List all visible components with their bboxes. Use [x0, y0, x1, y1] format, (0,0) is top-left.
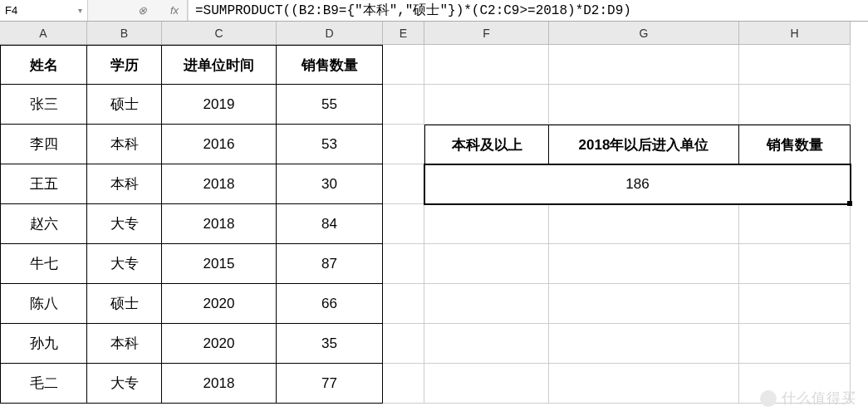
cell-H5[interactable]	[739, 204, 851, 244]
cell-H6[interactable]	[739, 244, 851, 284]
table-row[interactable]: 53	[277, 125, 383, 164]
cell-F7[interactable]	[424, 284, 549, 324]
table-row[interactable]: 陈八	[0, 284, 87, 324]
col-header-C[interactable]: C	[162, 22, 277, 45]
cell-G5[interactable]	[549, 204, 739, 244]
cell-G6[interactable]	[549, 244, 739, 284]
table-row[interactable]: 2019	[162, 85, 277, 125]
table-row[interactable]: 2018	[162, 364, 277, 404]
col-header-F[interactable]: F	[424, 22, 549, 45]
cell-G9[interactable]	[549, 364, 739, 404]
summary-header-G[interactable]: 2018年以后进入单位	[549, 125, 739, 164]
table-row[interactable]: 2020	[162, 324, 277, 364]
table-row[interactable]: 87	[277, 244, 383, 284]
table-row[interactable]: 张三	[0, 85, 87, 125]
cell-F9[interactable]	[424, 364, 549, 404]
col-header-H[interactable]: H	[739, 22, 851, 45]
table-row[interactable]: 66	[277, 284, 383, 324]
cell-E7[interactable]	[383, 284, 424, 324]
cell-E6[interactable]	[383, 244, 424, 284]
cell-H8[interactable]	[739, 324, 851, 364]
table-row[interactable]: 硕士	[87, 85, 162, 125]
table-row[interactable]: 本科	[87, 164, 162, 204]
cell-E4[interactable]	[383, 164, 424, 204]
table-row[interactable]: 硕士	[87, 284, 162, 324]
cell-F1[interactable]	[424, 45, 549, 85]
table-row[interactable]: 35	[277, 324, 383, 364]
col-header-A[interactable]: A	[0, 22, 87, 45]
header-year[interactable]: 进单位时间	[162, 45, 277, 85]
table-row[interactable]: 毛二	[0, 364, 87, 404]
table-row[interactable]: 2016	[162, 125, 277, 164]
col-header-D[interactable]: D	[277, 22, 383, 45]
cell-H1[interactable]	[739, 45, 851, 85]
table-row[interactable]: 王五	[0, 164, 87, 204]
col-header-B[interactable]: B	[87, 22, 162, 45]
table-row[interactable]: 2018	[162, 164, 277, 204]
table-row[interactable]: 李四	[0, 125, 87, 164]
table-row[interactable]: 2018	[162, 204, 277, 244]
table-row[interactable]: 大专	[87, 204, 162, 244]
name-box-text: F4	[5, 4, 17, 17]
spreadsheet-grid[interactable]: A B C D E F G H 姓名 学历 进单位时间 销售数量 张三 硕士 2…	[0, 22, 868, 404]
cell-E2[interactable]	[383, 85, 424, 125]
cell-E8[interactable]	[383, 324, 424, 364]
summary-result[interactable]: 186	[424, 164, 851, 204]
cell-H9[interactable]	[739, 364, 851, 404]
cell-F2[interactable]	[424, 85, 549, 125]
table-row[interactable]: 84	[277, 204, 383, 244]
cell-H2[interactable]	[739, 85, 851, 125]
table-row[interactable]: 2020	[162, 284, 277, 324]
formula-input[interactable]: =SUMPRODUCT((B2:B9={"本科","硕士"})*(C2:C9>=…	[188, 0, 868, 21]
name-box[interactable]: F4 ▾	[0, 0, 88, 21]
table-row[interactable]: 孙九	[0, 324, 87, 364]
col-header-E[interactable]: E	[383, 22, 424, 45]
fx-icon[interactable]: fx	[170, 4, 179, 17]
header-qty[interactable]: 销售数量	[277, 45, 383, 85]
col-header-G[interactable]: G	[549, 22, 739, 45]
table-row[interactable]: 大专	[87, 244, 162, 284]
cell-G8[interactable]	[549, 324, 739, 364]
table-row[interactable]: 大专	[87, 364, 162, 404]
cell-G7[interactable]	[549, 284, 739, 324]
table-row[interactable]: 55	[277, 85, 383, 125]
cell-F6[interactable]	[424, 244, 549, 284]
chevron-down-icon[interactable]: ▾	[78, 6, 82, 15]
formula-bar: F4 ▾ ⊗ fx =SUMPRODUCT((B2:B9={"本科","硕士"}…	[0, 0, 868, 22]
cell-F5[interactable]	[424, 204, 549, 244]
cell-E3[interactable]	[383, 125, 424, 164]
table-row[interactable]: 本科	[87, 125, 162, 164]
table-row[interactable]: 牛七	[0, 244, 87, 284]
cell-H7[interactable]	[739, 284, 851, 324]
summary-header-H[interactable]: 销售数量	[739, 125, 851, 164]
table-row[interactable]: 本科	[87, 324, 162, 364]
cell-F8[interactable]	[424, 324, 549, 364]
formula-bar-buttons: ⊗ fx	[88, 0, 188, 21]
table-row[interactable]: 30	[277, 164, 383, 204]
table-row[interactable]: 2015	[162, 244, 277, 284]
cell-E9[interactable]	[383, 364, 424, 404]
cancel-icon[interactable]: ⊗	[138, 4, 147, 17]
header-name[interactable]: 姓名	[0, 45, 87, 85]
header-edu[interactable]: 学历	[87, 45, 162, 85]
cell-G2[interactable]	[549, 85, 739, 125]
cell-E1[interactable]	[383, 45, 424, 85]
cell-G1[interactable]	[549, 45, 739, 85]
table-row[interactable]: 77	[277, 364, 383, 404]
summary-header-F[interactable]: 本科及以上	[424, 125, 549, 164]
cell-E5[interactable]	[383, 204, 424, 244]
table-row[interactable]: 赵六	[0, 204, 87, 244]
